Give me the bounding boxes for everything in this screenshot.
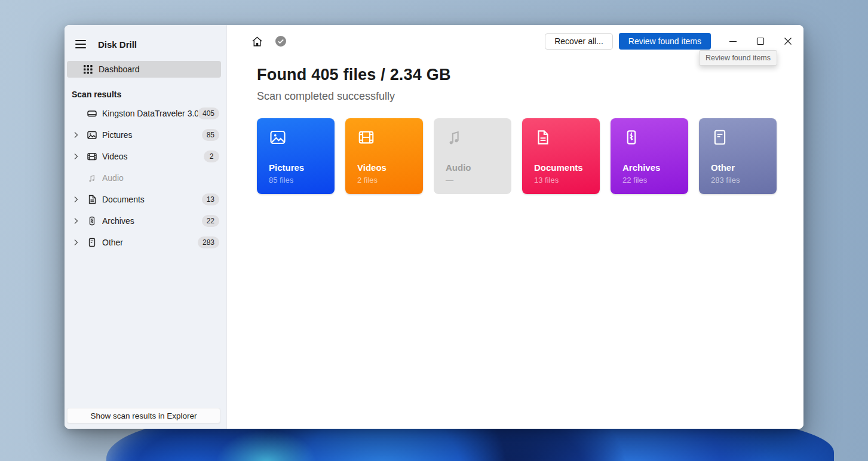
card-videos[interactable]: Videos 2 files <box>345 118 423 194</box>
card-label: Audio <box>446 162 511 173</box>
minimize-icon[interactable] <box>719 29 747 53</box>
card-file-count: 283 files <box>711 176 777 185</box>
card-label: Pictures <box>269 162 335 173</box>
card-audio: Audio — <box>434 118 511 194</box>
count-badge: 283 <box>198 236 219 248</box>
sidebar-item-documents[interactable]: Documents 13 <box>65 189 226 210</box>
card-file-count: 85 files <box>269 176 335 185</box>
sidebar: Disk Drill Dashboard Scan results <box>65 25 227 429</box>
sidebar-item-label: Documents <box>102 195 202 204</box>
count-badge: 2 <box>204 150 219 162</box>
sidebar-item-kingston-drive[interactable]: Kingston DataTraveler 3.0... 405 <box>65 103 226 124</box>
recover-all-button[interactable]: Recover all... <box>545 33 613 50</box>
count-badge: 13 <box>202 193 219 205</box>
sidebar-item-label: Pictures <box>102 130 202 140</box>
count-badge: 85 <box>202 129 219 141</box>
archives-icon <box>622 128 640 146</box>
card-documents[interactable]: Documents 13 files <box>522 118 600 194</box>
card-file-count: 13 files <box>534 176 600 185</box>
pictures-icon <box>87 130 97 140</box>
videos-icon <box>357 128 375 146</box>
content-area: Found 405 files / 2.34 GB Scan completed… <box>227 55 803 194</box>
review-found-items-button[interactable]: Review found items <box>619 33 711 50</box>
drive-icon <box>87 108 97 119</box>
card-other[interactable]: Other 283 files <box>699 118 777 194</box>
count-badge: 22 <box>202 215 219 227</box>
archives-icon <box>87 216 97 226</box>
sidebar-item-label: Other <box>102 238 198 247</box>
page-subtitle: Scan completed successfully <box>257 90 803 103</box>
card-file-count: — <box>446 176 511 185</box>
documents-icon <box>534 128 552 146</box>
card-label: Videos <box>357 162 423 173</box>
videos-icon <box>87 151 97 162</box>
chevron-right-icon[interactable] <box>73 239 83 246</box>
card-label: Other <box>711 162 777 173</box>
review-button-tooltip: Review found items <box>699 50 777 66</box>
pictures-icon <box>269 128 287 146</box>
audio-icon <box>87 173 97 183</box>
home-icon[interactable] <box>249 33 265 49</box>
sidebar-header: Disk Drill <box>65 25 226 51</box>
audio-icon <box>446 128 464 146</box>
category-cards: Pictures 85 files Videos 2 files <box>257 118 803 194</box>
sidebar-item-label: Videos <box>102 152 204 161</box>
sidebar-item-label: Audio <box>102 173 219 183</box>
toolbar-right-group: Recover all... Review found items <box>545 29 802 53</box>
card-label: Archives <box>622 162 688 173</box>
card-file-count: 22 files <box>622 176 688 185</box>
scan-results-tree: Kingston DataTraveler 3.0... 405 Picture… <box>65 103 226 253</box>
sidebar-item-other[interactable]: Other 283 <box>65 232 226 253</box>
sidebar-item-label: Archives <box>102 216 202 226</box>
other-icon <box>87 237 97 248</box>
chevron-right-icon[interactable] <box>73 131 83 139</box>
sidebar-item-label: Dashboard <box>99 64 140 74</box>
sidebar-item-pictures[interactable]: Pictures 85 <box>65 124 226 146</box>
show-scan-results-button[interactable]: Show scan results in Explorer <box>67 408 220 423</box>
sidebar-item-archives[interactable]: Archives 22 <box>65 210 226 232</box>
scan-results-section-title: Scan results <box>65 78 226 102</box>
card-pictures[interactable]: Pictures 85 files <box>257 118 335 194</box>
other-icon <box>711 128 729 146</box>
card-file-count: 2 files <box>357 176 423 185</box>
sidebar-item-videos[interactable]: Videos 2 <box>65 146 226 167</box>
chevron-right-icon[interactable] <box>73 153 83 160</box>
count-badge: 405 <box>198 107 219 119</box>
chevron-right-icon[interactable] <box>73 196 83 203</box>
page-title: Found 405 files / 2.34 GB <box>257 66 803 84</box>
close-icon[interactable] <box>774 29 802 53</box>
card-label: Documents <box>534 162 600 173</box>
disk-drill-window: Disk Drill Dashboard Scan results <box>65 25 803 429</box>
maximize-icon[interactable] <box>747 29 774 53</box>
sidebar-item-dashboard[interactable]: Dashboard <box>67 61 221 78</box>
sidebar-item-label: Kingston DataTraveler 3.0... <box>102 109 198 118</box>
grid-icon <box>84 65 93 74</box>
documents-icon <box>87 194 97 205</box>
app-title: Disk Drill <box>98 39 137 50</box>
check-circle-icon[interactable] <box>273 33 289 49</box>
main-panel: Recover all... Review found items Review… <box>227 25 803 429</box>
chevron-right-icon[interactable] <box>73 217 83 225</box>
sidebar-item-audio: Audio <box>65 167 226 189</box>
hamburger-icon[interactable] <box>73 37 88 51</box>
window-controls <box>719 29 802 53</box>
card-archives[interactable]: Archives 22 files <box>611 118 688 194</box>
